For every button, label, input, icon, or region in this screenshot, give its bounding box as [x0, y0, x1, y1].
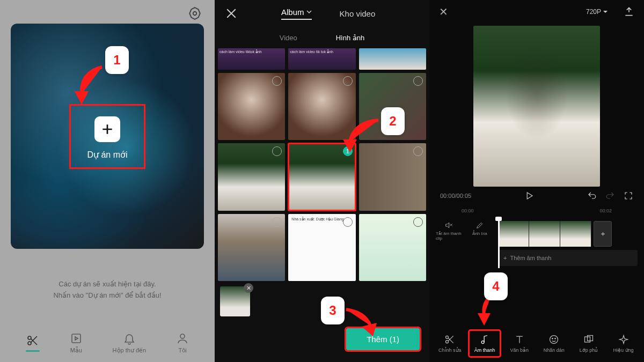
overlay-icon — [583, 334, 594, 345]
redo-icon[interactable] — [605, 191, 615, 201]
clip-frame — [498, 221, 529, 247]
tool-edit[interactable]: Chỉnh sửa — [435, 334, 465, 353]
doc-text: Nhà sản xuất: Dược Hậu Giang — [291, 217, 343, 221]
clip-frame — [529, 221, 560, 247]
remove-icon[interactable]: ✕ — [244, 283, 253, 293]
mute-clip-button[interactable]: Tắt âm thanh clip — [436, 221, 462, 241]
tab-edit[interactable] — [26, 334, 40, 352]
thumb[interactable]: Nhà sản xuất: Dược Hậu Giang — [288, 214, 355, 281]
subtab-video[interactable]: Video — [280, 34, 297, 42]
tab-label: Tôi — [178, 347, 186, 353]
audio-lane[interactable]: + Thêm âm thanh — [498, 250, 638, 266]
tab-album[interactable]: Album — [281, 8, 312, 20]
resolution-label: 720P — [586, 8, 601, 16]
tool-audio[interactable]: Âm thanh — [470, 331, 500, 356]
thumb[interactable] — [359, 48, 426, 70]
svg-point-1 — [193, 12, 197, 16]
thumb-selected[interactable]: 1 — [288, 143, 355, 210]
clip-lanes: ＋ + Thêm âm thanh — [498, 221, 638, 266]
close-icon[interactable] — [225, 8, 237, 19]
svg-marker-9 — [75, 337, 78, 340]
cover-button[interactable]: Ảnh bìa — [467, 221, 493, 236]
select-ring — [343, 76, 353, 86]
settings-icon[interactable] — [188, 6, 202, 20]
new-project-button[interactable]: Dự án mới — [69, 104, 145, 169]
sticker-icon — [548, 334, 559, 345]
ruler-tick: 00:02 — [599, 208, 612, 213]
tool-label: Văn bản — [510, 348, 529, 353]
play-icon[interactable] — [524, 191, 534, 201]
thumb[interactable]: cách làm video tik tok ảnh — [288, 48, 355, 70]
tab-stock[interactable]: Kho video — [340, 9, 376, 18]
caption-line: Các dự án sẽ xuất hiện tại đây. — [11, 279, 204, 290]
caret-down-icon — [603, 10, 608, 14]
text-icon — [514, 334, 525, 345]
tab-inbox[interactable]: Hộp thư đến — [113, 332, 147, 354]
arrow-icon — [343, 307, 381, 336]
svg-point-24 — [552, 338, 553, 339]
panel-home: Dự án mới Các dự án sẽ xuất hiện tại đây… — [0, 0, 215, 362]
scissors-icon — [26, 334, 39, 347]
scissors-icon — [444, 334, 455, 345]
picker-topbar: Album Kho video — [215, 0, 429, 27]
user-icon — [176, 332, 189, 345]
select-ring — [413, 217, 423, 227]
picker-footer: Thêm (1) — [215, 328, 429, 362]
video-lane[interactable]: ＋ — [498, 221, 638, 247]
svg-marker-0 — [189, 8, 200, 19]
sparkle-icon — [618, 334, 629, 345]
add-clip-button[interactable]: ＋ — [594, 221, 612, 247]
arrow-icon — [474, 296, 496, 326]
arrow-icon — [70, 64, 107, 105]
svg-marker-13 — [527, 193, 532, 199]
bell-icon — [123, 332, 136, 345]
thumb[interactable] — [359, 214, 426, 281]
transport-bar: 00:00/00:05 — [429, 187, 644, 205]
thumb[interactable] — [218, 73, 285, 140]
tool-overlay[interactable]: Lớp phủ — [574, 334, 604, 353]
callout-number: 1 — [113, 53, 120, 68]
thumb[interactable]: cách làm video tiktok ảnh — [218, 48, 285, 70]
time-display: 00:00/00:05 — [440, 193, 471, 199]
tool-label: Nhãn dán — [544, 348, 565, 353]
fullscreen-icon[interactable] — [624, 191, 633, 201]
caption-line: Nhấn vào "Dự án mới" để bắt đầu! — [11, 290, 204, 301]
empty-caption: Các dự án sẽ xuất hiện tại đây. Nhấn vào… — [11, 279, 204, 301]
tab-underline — [26, 350, 40, 352]
close-icon[interactable]: ✕ — [439, 5, 448, 18]
chevron-down-icon — [306, 9, 312, 14]
undo-icon[interactable] — [587, 191, 597, 201]
editor-toolbar: Chỉnh sửa Âm thanh Văn bản Nhãn dán Lớp … — [429, 324, 644, 362]
thumb[interactable] — [218, 214, 285, 281]
picker-subtabs: Video Hình ảnh — [215, 27, 429, 48]
panel-editor: ✕ 720P 00:00/00:05 00:00 00:02 Tắt âm th… — [429, 0, 644, 362]
media-grid: 1 Nhà sản xuất: Dược Hậu Giang — [215, 73, 429, 281]
select-ring — [272, 76, 282, 86]
tab-me[interactable]: Tôi — [176, 332, 189, 353]
pencil-icon — [475, 221, 484, 230]
timeline-ruler: 00:00 00:02 — [429, 208, 644, 213]
new-project-label: Dự án mới — [87, 150, 127, 160]
ruler-tick: 00:00 — [462, 208, 474, 213]
preview-canvas[interactable] — [473, 26, 600, 187]
export-icon[interactable] — [624, 6, 634, 17]
tool-effect[interactable]: Hiệu ứng — [609, 334, 639, 353]
callout-number: 4 — [492, 279, 499, 294]
resolution-select[interactable]: 720P — [586, 8, 608, 16]
tool-text[interactable]: Văn bản — [504, 334, 535, 353]
tab-templates[interactable]: Mẫu — [70, 332, 83, 354]
template-icon — [70, 332, 83, 345]
bottom-tabbar: Mẫu Hộp thư đến Tôi — [11, 326, 204, 362]
callout-number: 2 — [389, 114, 396, 129]
callout-4: 4 — [484, 272, 508, 300]
playhead[interactable] — [498, 219, 500, 268]
tab-label: Hộp thư đến — [113, 347, 147, 354]
svg-point-23 — [550, 335, 558, 343]
thumb[interactable] — [359, 143, 426, 210]
picked-item[interactable]: ✕ — [220, 286, 250, 316]
panel-picker: Album Kho video Video Hình ảnh cách làm … — [215, 0, 429, 362]
select-ring — [343, 217, 353, 227]
subtab-image[interactable]: Hình ảnh — [336, 34, 365, 42]
tool-sticker[interactable]: Nhãn dán — [539, 334, 569, 353]
thumb[interactable] — [218, 143, 285, 210]
